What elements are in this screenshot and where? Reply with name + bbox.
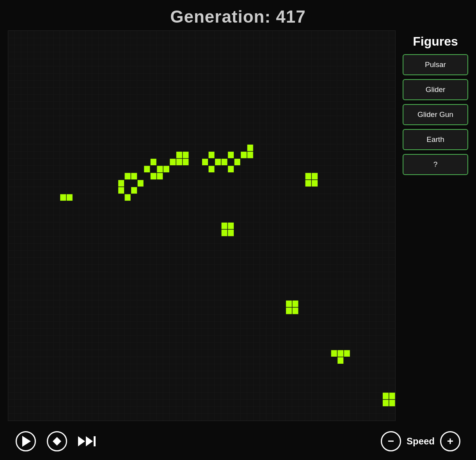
canvas[interactable]	[8, 31, 395, 421]
left-controls	[16, 431, 96, 451]
svg-marker-0	[53, 437, 61, 446]
main-area: Figures Pulsar Glider Glider Gun Earth ?	[0, 30, 476, 421]
play-icon	[22, 436, 31, 447]
speed-plus-circle: +	[440, 431, 460, 451]
game-grid[interactable]	[8, 30, 396, 421]
minus-icon: −	[388, 436, 394, 447]
toolbar: − Speed +	[0, 424, 476, 455]
play-circle	[16, 431, 36, 451]
play-button[interactable]	[16, 431, 36, 451]
speed-minus-circle: −	[381, 431, 401, 451]
erase-circle	[47, 431, 67, 451]
figures-title: Figures	[403, 34, 468, 49]
figure-glider-button[interactable]: Glider	[403, 79, 468, 100]
right-controls: − Speed +	[381, 431, 460, 451]
speed-label: Speed	[407, 436, 435, 447]
skip-triangle-2	[86, 436, 93, 446]
plus-icon: +	[447, 436, 453, 447]
figure-unknown-button[interactable]: ?	[403, 154, 468, 175]
skip-button[interactable]	[78, 436, 96, 446]
erase-icon	[52, 436, 62, 446]
figure-glider-gun-button[interactable]: Glider Gun	[403, 104, 468, 125]
figure-pulsar-button[interactable]: Pulsar	[403, 54, 468, 75]
skip-triangle-1	[78, 436, 85, 446]
skip-bar	[94, 436, 96, 446]
figure-earth-button[interactable]: Earth	[403, 129, 468, 150]
sidebar: Figures Pulsar Glider Glider Gun Earth ?	[403, 30, 468, 175]
skip-icon	[78, 436, 96, 446]
erase-button[interactable]	[47, 431, 67, 451]
speed-plus-button[interactable]: +	[440, 431, 460, 451]
speed-minus-button[interactable]: −	[381, 431, 401, 451]
generation-display: Generation: 417	[0, 0, 476, 30]
